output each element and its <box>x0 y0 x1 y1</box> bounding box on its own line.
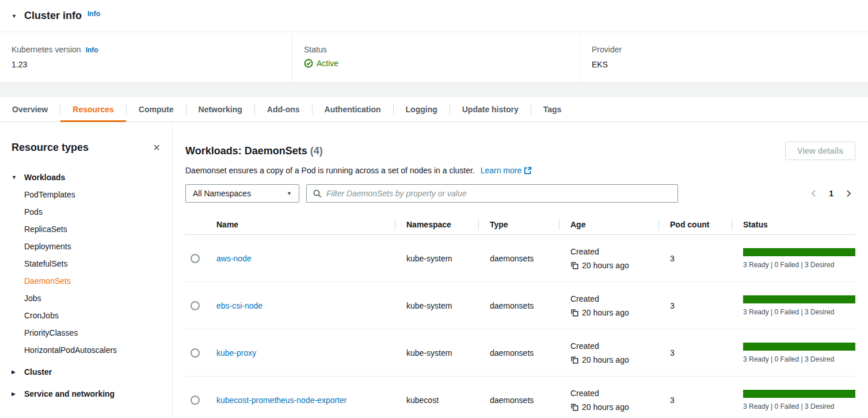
page-title: Cluster info <box>24 10 82 22</box>
sidebar-item-replicasets[interactable]: ReplicaSets <box>12 221 161 238</box>
column-header-pod-count: Pod count <box>658 220 732 229</box>
kubernetes-version-label: Kubernetes version <box>12 45 81 54</box>
tab-compute[interactable]: Compute <box>127 97 186 121</box>
namespace-select-value: All Namespaces <box>193 189 251 198</box>
sidebar-item-daemonsets[interactable]: DaemonSets <box>12 272 161 290</box>
table-header-row: Name Namespace Type Age Pod count Status <box>185 214 855 235</box>
sidebar-group-cluster[interactable]: ▶ Cluster <box>12 363 161 381</box>
cluster-info-header: ▼ Cluster info Info <box>0 0 868 32</box>
age-label: Created <box>570 294 658 303</box>
daemonset-name-link[interactable]: kube-proxy <box>216 348 256 358</box>
tab-overview[interactable]: Overview <box>0 97 60 121</box>
status-cell: 3 Ready | 0 Failed | 3 Desired <box>732 343 855 363</box>
table-row[interactable]: aws-node kube-system daemonsets Created … <box>185 235 855 282</box>
tab-logging[interactable]: Logging <box>394 97 450 121</box>
status-cell: 3 Ready | 0 Failed | 3 Desired <box>732 390 855 411</box>
pod-count-cell: 3 <box>658 396 732 405</box>
daemonsets-panel: Workloads: DaemonSets (4) View details D… <box>173 122 868 418</box>
age-value: 20 hours ago <box>582 308 629 317</box>
cluster-tab-bar: Overview Resources Compute Networking Ad… <box>0 97 868 122</box>
age-cell: Created 20 hours ago <box>559 389 658 412</box>
daemonsets-table: Name Namespace Type Age Pod count Status… <box>185 214 855 418</box>
sidebar-group-service-and-networking[interactable]: ▶ Service and networking <box>12 385 161 402</box>
row-radio-button[interactable] <box>191 301 200 310</box>
background-gap <box>0 82 868 97</box>
collapse-caret-down-icon[interactable]: ▼ <box>12 13 18 19</box>
namespace-cell: kube-system <box>395 348 478 358</box>
table-row[interactable]: ebs-csi-node kube-system daemonsets Crea… <box>185 282 855 329</box>
sidebar-item-priorityclasses[interactable]: PriorityClasses <box>12 324 161 341</box>
view-details-button[interactable]: View details <box>785 142 855 160</box>
tab-authentication[interactable]: Authentication <box>313 97 393 121</box>
status-active-icon <box>304 59 313 68</box>
learn-more-link[interactable]: Learn more <box>481 166 532 175</box>
copy-icon[interactable] <box>570 261 578 269</box>
resource-type-tree: ▼ Workloads PodTemplates Pods ReplicaSet… <box>12 169 161 402</box>
workloads-items: PodTemplates Pods ReplicaSets Deployment… <box>12 186 161 359</box>
learn-more-label: Learn more <box>481 166 522 175</box>
sidebar-title: Resource types <box>12 142 89 154</box>
tab-tags[interactable]: Tags <box>531 97 574 121</box>
status-summary: 3 Ready | 0 Failed | 3 Desired <box>743 355 855 363</box>
sidebar-item-deployments[interactable]: Deployments <box>12 238 161 255</box>
copy-icon[interactable] <box>570 403 578 411</box>
caret-right-icon: ▶ <box>12 391 18 397</box>
next-page-button[interactable] <box>844 189 853 198</box>
provider-label: Provider <box>592 45 622 54</box>
close-icon[interactable]: ✕ <box>153 143 161 153</box>
daemonset-name-link[interactable]: ebs-csi-node <box>216 301 262 310</box>
copy-icon[interactable] <box>570 356 578 364</box>
status-bar <box>743 248 855 256</box>
age-value: 20 hours ago <box>582 261 629 270</box>
column-header-age: Age <box>559 220 658 229</box>
cluster-info-info-link[interactable]: Info <box>87 10 100 18</box>
daemonset-name-link[interactable]: kubecost-prometheus-node-exporter <box>216 396 347 405</box>
previous-page-button[interactable] <box>809 189 818 198</box>
panel-description-row: Daemonset ensures a copy of a Pod is run… <box>185 166 855 175</box>
current-page[interactable]: 1 <box>829 189 833 198</box>
row-radio-button[interactable] <box>191 348 200 358</box>
status-text: Active <box>317 59 338 68</box>
external-link-icon <box>524 166 532 174</box>
sidebar-item-cronjobs[interactable]: CronJobs <box>12 307 161 324</box>
row-radio-button[interactable] <box>191 254 200 263</box>
status-summary: 3 Ready | 0 Failed | 3 Desired <box>743 402 855 411</box>
daemonset-name-link[interactable]: aws-node <box>216 254 252 263</box>
status-summary: 3 Ready | 0 Failed | 3 Desired <box>743 261 855 269</box>
sidebar-item-podtemplates[interactable]: PodTemplates <box>12 186 161 203</box>
table-row[interactable]: kubecost-prometheus-node-exporter kubeco… <box>185 377 855 418</box>
kubernetes-version-info-link[interactable]: Info <box>86 46 98 54</box>
copy-icon[interactable] <box>570 309 578 317</box>
chevron-down-icon: ▼ <box>287 191 292 196</box>
column-header-name: Name <box>205 220 395 229</box>
caret-right-icon: ▶ <box>12 369 18 375</box>
status-cell: 3 Ready | 0 Failed | 3 Desired <box>732 248 855 269</box>
search-icon <box>313 189 322 198</box>
sidebar-item-statefulsets[interactable]: StatefulSets <box>12 255 161 272</box>
namespace-select[interactable]: All Namespaces ▼ <box>185 184 299 203</box>
tab-networking[interactable]: Networking <box>186 97 254 121</box>
kubernetes-version-field: Kubernetes version Info 1.23 <box>0 32 292 82</box>
table-row[interactable]: kube-proxy kube-system daemonsets Create… <box>185 329 855 377</box>
sidebar-item-pods[interactable]: Pods <box>12 203 161 221</box>
row-radio-button[interactable] <box>191 396 200 405</box>
search-input[interactable] <box>326 189 672 198</box>
sidebar-item-horizontalpodautoscalers[interactable]: HorizontalPodAutoscalers <box>12 341 161 359</box>
column-header-namespace: Namespace <box>395 220 478 229</box>
panel-description: Daemonset ensures a copy of a Pod is run… <box>185 166 475 175</box>
search-box[interactable] <box>306 184 678 203</box>
sidebar-group-workloads[interactable]: ▼ Workloads <box>12 169 161 186</box>
namespace-cell: kube-system <box>395 254 478 263</box>
tab-update-history[interactable]: Update history <box>450 97 531 121</box>
status-label: Status <box>304 45 327 54</box>
tab-resources[interactable]: Resources <box>60 97 126 121</box>
provider-field: Provider EKS <box>580 32 868 82</box>
type-cell: daemonsets <box>478 396 559 405</box>
filter-row: All Namespaces ▼ 1 <box>185 184 855 203</box>
column-header-status: Status <box>732 220 855 229</box>
resource-types-sidebar: Resource types ✕ ▼ Workloads PodTemplate… <box>0 122 173 418</box>
sidebar-item-jobs[interactable]: Jobs <box>12 290 161 307</box>
status-cell: 3 Ready | 0 Failed | 3 Desired <box>732 295 855 316</box>
tab-add-ons[interactable]: Add-ons <box>255 97 312 121</box>
sidebar-group-label: Cluster <box>24 367 52 377</box>
